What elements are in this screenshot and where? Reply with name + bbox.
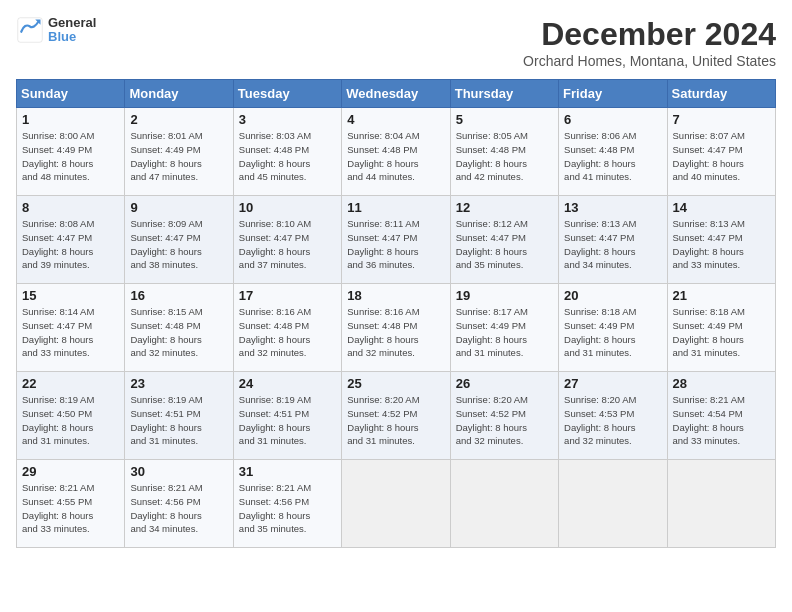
calendar-header: SundayMondayTuesdayWednesdayThursdayFrid…: [17, 80, 776, 108]
day-number: 16: [130, 288, 227, 303]
logo-text: General Blue: [48, 16, 96, 45]
logo-line2: Blue: [48, 30, 96, 44]
day-info: Sunrise: 8:21 AM Sunset: 4:55 PM Dayligh…: [22, 481, 119, 536]
calendar: SundayMondayTuesdayWednesdayThursdayFrid…: [16, 79, 776, 548]
table-row: 3Sunrise: 8:03 AM Sunset: 4:48 PM Daylig…: [233, 108, 341, 196]
day-number: 20: [564, 288, 661, 303]
day-number: 27: [564, 376, 661, 391]
header-row: SundayMondayTuesdayWednesdayThursdayFrid…: [17, 80, 776, 108]
calendar-week: 8Sunrise: 8:08 AM Sunset: 4:47 PM Daylig…: [17, 196, 776, 284]
day-number: 9: [130, 200, 227, 215]
logo: General Blue: [16, 16, 96, 45]
day-info: Sunrise: 8:19 AM Sunset: 4:50 PM Dayligh…: [22, 393, 119, 448]
day-info: Sunrise: 8:06 AM Sunset: 4:48 PM Dayligh…: [564, 129, 661, 184]
day-info: Sunrise: 8:20 AM Sunset: 4:53 PM Dayligh…: [564, 393, 661, 448]
table-row: 19Sunrise: 8:17 AM Sunset: 4:49 PM Dayli…: [450, 284, 558, 372]
table-row: [450, 460, 558, 548]
day-number: 11: [347, 200, 444, 215]
day-info: Sunrise: 8:04 AM Sunset: 4:48 PM Dayligh…: [347, 129, 444, 184]
day-number: 4: [347, 112, 444, 127]
title-area: December 2024 Orchard Homes, Montana, Un…: [523, 16, 776, 69]
day-number: 12: [456, 200, 553, 215]
table-row: 17Sunrise: 8:16 AM Sunset: 4:48 PM Dayli…: [233, 284, 341, 372]
calendar-week: 22Sunrise: 8:19 AM Sunset: 4:50 PM Dayli…: [17, 372, 776, 460]
day-number: 25: [347, 376, 444, 391]
day-number: 1: [22, 112, 119, 127]
table-row: 15Sunrise: 8:14 AM Sunset: 4:47 PM Dayli…: [17, 284, 125, 372]
day-info: Sunrise: 8:05 AM Sunset: 4:48 PM Dayligh…: [456, 129, 553, 184]
table-row: 7Sunrise: 8:07 AM Sunset: 4:47 PM Daylig…: [667, 108, 775, 196]
day-number: 26: [456, 376, 553, 391]
day-number: 28: [673, 376, 770, 391]
calendar-body: 1Sunrise: 8:00 AM Sunset: 4:49 PM Daylig…: [17, 108, 776, 548]
weekday-header: Tuesday: [233, 80, 341, 108]
table-row: 13Sunrise: 8:13 AM Sunset: 4:47 PM Dayli…: [559, 196, 667, 284]
table-row: 5Sunrise: 8:05 AM Sunset: 4:48 PM Daylig…: [450, 108, 558, 196]
day-info: Sunrise: 8:17 AM Sunset: 4:49 PM Dayligh…: [456, 305, 553, 360]
day-number: 10: [239, 200, 336, 215]
day-info: Sunrise: 8:21 AM Sunset: 4:54 PM Dayligh…: [673, 393, 770, 448]
calendar-week: 15Sunrise: 8:14 AM Sunset: 4:47 PM Dayli…: [17, 284, 776, 372]
table-row: 6Sunrise: 8:06 AM Sunset: 4:48 PM Daylig…: [559, 108, 667, 196]
day-info: Sunrise: 8:15 AM Sunset: 4:48 PM Dayligh…: [130, 305, 227, 360]
table-row: 22Sunrise: 8:19 AM Sunset: 4:50 PM Dayli…: [17, 372, 125, 460]
month-title: December 2024: [523, 16, 776, 53]
table-row: 27Sunrise: 8:20 AM Sunset: 4:53 PM Dayli…: [559, 372, 667, 460]
day-info: Sunrise: 8:00 AM Sunset: 4:49 PM Dayligh…: [22, 129, 119, 184]
day-info: Sunrise: 8:10 AM Sunset: 4:47 PM Dayligh…: [239, 217, 336, 272]
table-row: 8Sunrise: 8:08 AM Sunset: 4:47 PM Daylig…: [17, 196, 125, 284]
day-number: 23: [130, 376, 227, 391]
logo-icon: [16, 16, 44, 44]
table-row: [559, 460, 667, 548]
logo-line1: General: [48, 16, 96, 30]
weekday-header: Friday: [559, 80, 667, 108]
day-info: Sunrise: 8:03 AM Sunset: 4:48 PM Dayligh…: [239, 129, 336, 184]
day-number: 30: [130, 464, 227, 479]
day-info: Sunrise: 8:11 AM Sunset: 4:47 PM Dayligh…: [347, 217, 444, 272]
day-number: 29: [22, 464, 119, 479]
table-row: 18Sunrise: 8:16 AM Sunset: 4:48 PM Dayli…: [342, 284, 450, 372]
day-number: 18: [347, 288, 444, 303]
table-row: 10Sunrise: 8:10 AM Sunset: 4:47 PM Dayli…: [233, 196, 341, 284]
weekday-header: Monday: [125, 80, 233, 108]
day-number: 14: [673, 200, 770, 215]
location-subtitle: Orchard Homes, Montana, United States: [523, 53, 776, 69]
day-number: 2: [130, 112, 227, 127]
table-row: 31Sunrise: 8:21 AM Sunset: 4:56 PM Dayli…: [233, 460, 341, 548]
weekday-header: Sunday: [17, 80, 125, 108]
table-row: 20Sunrise: 8:18 AM Sunset: 4:49 PM Dayli…: [559, 284, 667, 372]
header: General Blue December 2024 Orchard Homes…: [16, 16, 776, 69]
table-row: 1Sunrise: 8:00 AM Sunset: 4:49 PM Daylig…: [17, 108, 125, 196]
day-info: Sunrise: 8:13 AM Sunset: 4:47 PM Dayligh…: [673, 217, 770, 272]
day-info: Sunrise: 8:21 AM Sunset: 4:56 PM Dayligh…: [130, 481, 227, 536]
table-row: 23Sunrise: 8:19 AM Sunset: 4:51 PM Dayli…: [125, 372, 233, 460]
day-info: Sunrise: 8:13 AM Sunset: 4:47 PM Dayligh…: [564, 217, 661, 272]
table-row: [667, 460, 775, 548]
day-number: 5: [456, 112, 553, 127]
day-info: Sunrise: 8:20 AM Sunset: 4:52 PM Dayligh…: [347, 393, 444, 448]
day-info: Sunrise: 8:12 AM Sunset: 4:47 PM Dayligh…: [456, 217, 553, 272]
day-info: Sunrise: 8:16 AM Sunset: 4:48 PM Dayligh…: [347, 305, 444, 360]
table-row: 21Sunrise: 8:18 AM Sunset: 4:49 PM Dayli…: [667, 284, 775, 372]
calendar-week: 29Sunrise: 8:21 AM Sunset: 4:55 PM Dayli…: [17, 460, 776, 548]
weekday-header: Wednesday: [342, 80, 450, 108]
day-info: Sunrise: 8:19 AM Sunset: 4:51 PM Dayligh…: [239, 393, 336, 448]
day-number: 3: [239, 112, 336, 127]
day-info: Sunrise: 8:16 AM Sunset: 4:48 PM Dayligh…: [239, 305, 336, 360]
day-number: 8: [22, 200, 119, 215]
table-row: 4Sunrise: 8:04 AM Sunset: 4:48 PM Daylig…: [342, 108, 450, 196]
day-number: 31: [239, 464, 336, 479]
day-number: 22: [22, 376, 119, 391]
table-row: 25Sunrise: 8:20 AM Sunset: 4:52 PM Dayli…: [342, 372, 450, 460]
table-row: 2Sunrise: 8:01 AM Sunset: 4:49 PM Daylig…: [125, 108, 233, 196]
table-row: 26Sunrise: 8:20 AM Sunset: 4:52 PM Dayli…: [450, 372, 558, 460]
day-info: Sunrise: 8:14 AM Sunset: 4:47 PM Dayligh…: [22, 305, 119, 360]
day-number: 21: [673, 288, 770, 303]
day-number: 7: [673, 112, 770, 127]
day-info: Sunrise: 8:08 AM Sunset: 4:47 PM Dayligh…: [22, 217, 119, 272]
weekday-header: Saturday: [667, 80, 775, 108]
day-number: 6: [564, 112, 661, 127]
day-info: Sunrise: 8:18 AM Sunset: 4:49 PM Dayligh…: [673, 305, 770, 360]
table-row: 28Sunrise: 8:21 AM Sunset: 4:54 PM Dayli…: [667, 372, 775, 460]
day-info: Sunrise: 8:21 AM Sunset: 4:56 PM Dayligh…: [239, 481, 336, 536]
